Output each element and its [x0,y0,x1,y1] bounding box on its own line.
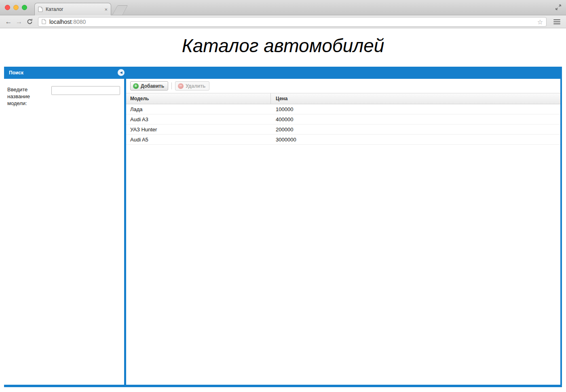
model-name-label: Введите название модели: [7,86,47,385]
table-row[interactable]: Лада100000 [126,104,560,114]
address-bar[interactable]: localhost:8080 ☆ [38,17,547,27]
grid-header: Модель Цена [126,93,560,104]
cell-model: Audi A3 [126,114,271,124]
forward-button[interactable]: → [14,18,24,26]
add-icon: + [133,83,139,89]
toolbar-separator [171,82,172,89]
page-title: Каталог автомобилей [0,28,566,57]
cell-price: 400000 [271,114,560,124]
delete-button[interactable]: − Удалить [175,81,209,91]
reload-button[interactable] [24,18,35,25]
tab-close-icon[interactable]: × [104,7,108,12]
table-row[interactable]: Audi A53000000 [126,135,560,145]
tab-title: Каталог [46,6,101,12]
search-panel-header: Поиск ◀ [4,67,562,79]
column-header-model[interactable]: Модель [126,93,271,104]
page-content: Каталог автомобилей Поиск ◀ Введите назв… [0,28,566,391]
cell-price: 100000 [271,104,560,114]
tab-favicon-icon [38,6,43,12]
cell-model: УАЗ Hunter [126,124,271,134]
add-button[interactable]: + Добавить [130,81,168,91]
window-controls [5,5,27,10]
cell-model: Лада [126,104,271,114]
url-port: :8080 [72,19,86,25]
grid-body: Лада100000Audi A3400000УАЗ Hunter200000A… [126,104,560,385]
new-tab-button[interactable] [112,5,128,15]
browser-navbar: ← → localhost:8080 ☆ [0,15,566,28]
model-name-input[interactable] [51,86,120,95]
table-row[interactable]: УАЗ Hunter200000 [126,124,560,135]
grid-toolbar: + Добавить − Удалить [126,79,560,93]
zoom-window-button[interactable] [22,5,27,10]
url-host: localhost [49,19,72,25]
search-panel-title: Поиск [9,70,23,76]
bookmark-star-icon[interactable]: ☆ [537,18,543,26]
cell-price: 200000 [271,124,560,134]
page-icon [42,19,46,24]
browser-menu-icon[interactable] [551,19,562,24]
browser-tab[interactable]: Каталог × [34,3,111,15]
browser-tabstrip: Каталог × [0,0,566,15]
catalog-app-frame: Поиск ◀ Введите название модели: + Добав… [4,67,562,387]
fullscreen-icon[interactable] [555,4,562,11]
delete-icon: − [178,83,184,89]
column-header-price[interactable]: Цена [271,93,560,104]
back-button[interactable]: ← [3,18,14,26]
search-panel: Введите название модели: [4,79,124,385]
close-window-button[interactable] [5,5,10,10]
cell-model: Audi A5 [126,135,271,144]
minimize-window-button[interactable] [13,5,19,10]
collapse-panel-icon[interactable]: ◀ [118,69,125,76]
table-row[interactable]: Audi A3400000 [126,114,560,124]
cell-price: 3000000 [271,135,560,144]
app-body: Введите название модели: + Добавить − Уд… [4,79,562,385]
cars-grid-panel: + Добавить − Удалить Модель Цена Лада100… [126,79,560,385]
